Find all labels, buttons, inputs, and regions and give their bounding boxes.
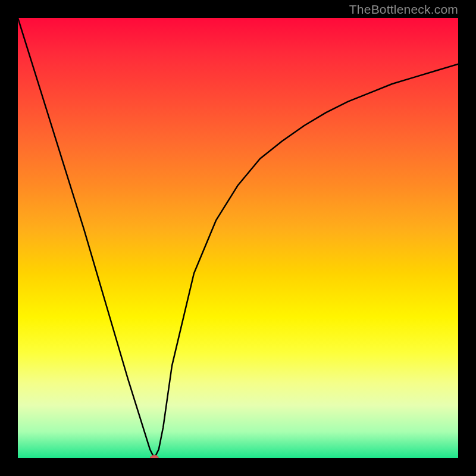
chart-frame: TheBottleneck.com	[0, 0, 476, 476]
minimum-marker	[150, 455, 158, 458]
chart-svg	[18, 18, 458, 458]
bottleneck-curve	[18, 18, 458, 458]
attribution-label: TheBottleneck.com	[349, 2, 458, 17]
plot-area	[18, 18, 458, 458]
